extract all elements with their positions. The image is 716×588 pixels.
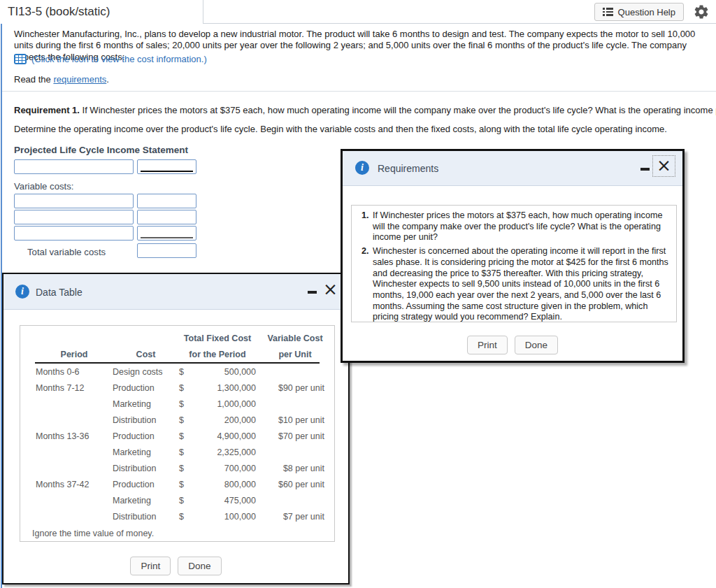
gear-icon[interactable] (693, 3, 710, 20)
info-icon: i (15, 285, 29, 299)
cell-variable-cost: $60 per unit (256, 480, 334, 489)
dollar-sign: $ (179, 383, 184, 393)
variable-cost3-amount-input[interactable] (137, 226, 196, 241)
requirements-list: 1. If Winchester prices the motors at $3… (351, 205, 677, 322)
variable-cost3-amount-cell (137, 226, 196, 241)
cell-variable-cost: $8 per unit (256, 464, 334, 473)
variable-cost2-label-cell (14, 210, 134, 224)
cell-variable-cost: $7 per unit (256, 512, 334, 522)
requirement-text: Winchester is concerned about the operat… (373, 246, 671, 323)
print-button[interactable]: Print (467, 336, 508, 354)
minimize-icon (308, 291, 317, 294)
total-variable-costs-cell (137, 243, 196, 258)
fixed-amount: 700,000 (224, 464, 256, 473)
revenue-amount-input[interactable] (137, 159, 196, 174)
cell-cost: Marketing (113, 447, 179, 457)
done-button[interactable]: Done (178, 557, 221, 575)
requirements-link[interactable]: requirements (53, 74, 106, 85)
fixed-amount: 800,000 (224, 480, 256, 489)
variable-cost3-label-input[interactable] (14, 226, 134, 241)
done-button[interactable]: Done (515, 336, 558, 354)
table-row: Months 7-12Production$1,300,000$90 per u… (20, 380, 334, 396)
fixed-amount: 1,000,000 (217, 399, 256, 409)
table-row: Months 13-36Production$4,900,000$70 per … (20, 428, 334, 444)
dollar-sign: $ (179, 415, 184, 425)
cell-cost: Production (113, 383, 179, 393)
app-header: TI13-5 (book/static) Question Help (0, 0, 716, 24)
data-table-icon[interactable] (14, 54, 27, 64)
cell-variable-cost: $70 per unit (256, 431, 334, 441)
table-row: Distribution$200,000$10 per unit (20, 412, 334, 428)
minimize-icon (640, 168, 650, 171)
read-requirements-line: Read the requirements. (14, 74, 109, 85)
table-row: Marketing$1,000,000 (20, 396, 334, 412)
fixed-amount: 2,325,000 (217, 447, 256, 457)
question-help-list-icon (603, 8, 613, 16)
total-variable-costs-input[interactable] (137, 243, 196, 258)
cell-cost: Production (113, 431, 179, 441)
page: TI13-5 (book/static) Question Help Winch… (0, 0, 716, 588)
cell-cost: Distribution (113, 464, 179, 473)
total-variable-costs-label: Total variable costs (27, 247, 106, 257)
close-icon[interactable]: × (652, 155, 675, 177)
cost-table: Total Fixed Cost Variable Cost Period Co… (20, 325, 335, 542)
cell-fixed-cost: $4,900,000 (179, 431, 256, 441)
variable-cost3-label-cell (14, 226, 134, 241)
header-fixed-line2: for the Period (179, 350, 256, 359)
cell-cost: Distribution (113, 512, 179, 522)
table-row: Distribution$700,000$8 per unit (20, 460, 334, 476)
variable-cost2-label-input[interactable] (14, 210, 134, 224)
cell-fixed-cost: $700,000 (179, 464, 256, 473)
variable-cost1-label-cell (14, 194, 134, 208)
cell-cost: Marketing (113, 399, 179, 409)
instruction-line: Determine the operating income over the … (14, 124, 709, 135)
requirement-text: If Winchester prices the motors at $375 … (373, 210, 671, 243)
dollar-sign: $ (179, 367, 184, 377)
requirements-popup: i Requirements × 1. If Winchester prices… (341, 149, 685, 363)
requirements-popup-title: Requirements (378, 163, 438, 174)
dollar-sign: $ (179, 464, 184, 473)
page-title: TI13-5 (book/static) (0, 0, 203, 24)
revenue-label-input[interactable] (14, 159, 134, 174)
table-row: Months 0-6Design costs$500,000 (20, 364, 334, 380)
table-row: Months 37-42Production$800,000$60 per un… (20, 476, 334, 492)
cell-variable-cost: $10 per unit (256, 415, 334, 425)
variable-cost1-label-input[interactable] (14, 194, 134, 208)
question-help-label: Question Help (618, 7, 675, 17)
cell-cost: Marketing (113, 496, 179, 505)
revenue-amount-cell (137, 159, 196, 174)
variable-cost2-amount-input[interactable] (137, 210, 196, 224)
minimize-button[interactable] (308, 283, 317, 300)
cell-cost: Design costs (113, 367, 179, 377)
variable-cost2-amount-cell (137, 210, 196, 224)
variable-cost1-amount-input[interactable] (137, 194, 196, 208)
cell-fixed-cost: $2,325,000 (179, 447, 256, 457)
section-divider (2, 91, 716, 92)
question-help-button[interactable]: Question Help (594, 3, 684, 21)
fixed-amount: 4,900,000 (217, 431, 256, 441)
cost-info-caption: (Click the icon to view the cost informa… (31, 54, 207, 64)
table-footnote: Ignore the time value of money. (20, 524, 334, 538)
cell-fixed-cost: $1,300,000 (179, 383, 256, 393)
data-table-popup-title: Data Table (36, 287, 83, 298)
info-icon: i (355, 161, 369, 175)
table-row: Marketing$2,325,000 (20, 444, 334, 460)
dollar-sign: $ (179, 447, 184, 457)
revenue-label-cell (14, 159, 134, 174)
read-prefix: Read the (14, 74, 53, 85)
header-variable-line2: per Unit (256, 350, 334, 359)
cell-cost: Distribution (113, 415, 179, 425)
header-period: Period (36, 350, 113, 359)
fixed-amount: 200,000 (224, 415, 256, 425)
cell-fixed-cost: $200,000 (179, 415, 256, 425)
header-cost: Cost (113, 350, 179, 359)
requirement-number: 1. (356, 210, 373, 243)
close-icon[interactable]: × (323, 280, 338, 299)
cell-fixed-cost: $500,000 (179, 367, 256, 377)
requirement-item: 1. If Winchester prices the motors at $3… (356, 210, 671, 243)
print-button[interactable]: Print (130, 557, 171, 575)
dollar-sign: $ (179, 512, 184, 522)
requirement1-text: If Winchester prices the motors at $375 … (80, 105, 716, 115)
dollar-sign: $ (179, 496, 184, 505)
minimize-button[interactable] (640, 160, 650, 177)
